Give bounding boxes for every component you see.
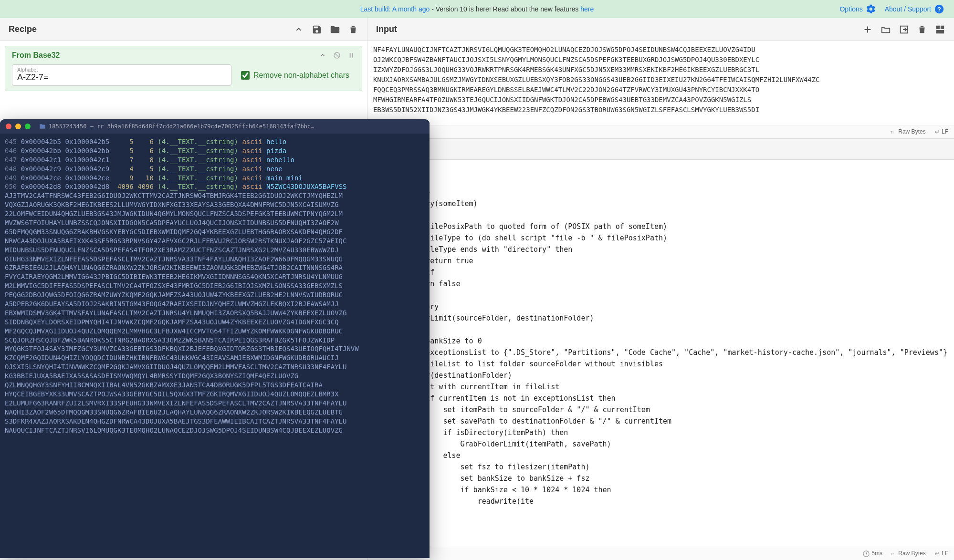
remove-non-alpha-checkbox[interactable]: Remove non-alphabet chars [241,71,349,80]
banner-message[interactable]: Last build: A month ago - Version 10 is … [360,5,594,13]
top-banner: Last build: A month ago - Version 10 is … [0,0,954,18]
window-minimize-icon[interactable] [15,124,21,129]
alphabet-label: Alphabet [17,67,226,73]
eol-select[interactable]: LF [933,128,948,136]
svg-rect-5 [352,53,353,57]
output-encoding: Raw Bytes [898,550,925,557]
terminal-window[interactable]: 18557243450 — rr 3b9a16f85d648ff7c4d21a6… [0,119,430,558]
terminal-title: 18557243450 — rr 3b9a16f85d648ff7c4d21a6… [39,123,424,130]
terminal-titlebar[interactable]: 18557243450 — rr 3b9a16f85d648ff7c4d21a6… [0,119,430,134]
build-prefix: Last build: [360,5,392,13]
recipe-header: Recipe [0,18,367,41]
output-eol: LF [942,550,948,557]
encoding-icon: Tr [889,550,897,558]
add-tab-icon[interactable] [862,24,873,35]
version-text: - Version 10 is here! Read about the new… [430,5,580,13]
svg-rect-7 [936,25,940,29]
options-link[interactable]: Options [839,4,876,14]
options-label: Options [839,5,862,13]
folder-small-icon [39,123,46,130]
operation-name: From Base32 [12,51,60,60]
pause-icon[interactable] [347,52,355,59]
terminal-content[interactable]: 045 0x000042b5 0x1000042b5 5 6 (4.__TEXT… [0,134,430,438]
encoding-icon: Tr [889,128,897,136]
out-time-group: 5ms [862,550,882,558]
input-eol: LF [942,128,948,135]
trash-icon[interactable] [348,24,358,35]
svg-text:?: ? [937,5,941,12]
chevron-up-icon[interactable] [319,52,326,59]
terminal-title-text: 18557243450 — rr 3b9a16f85d648ff7c4d21a6… [49,123,314,130]
clock-icon [862,550,870,558]
reset-layout-icon[interactable] [935,24,945,35]
checkbox-input[interactable] [241,71,250,80]
window-close-icon[interactable] [6,124,11,129]
clear-icon[interactable] [917,24,927,35]
input-encoding: Raw Bytes [898,128,925,135]
out-eol-select[interactable]: LF [933,550,948,558]
svg-rect-9 [936,30,944,33]
svg-text:Tr: Tr [891,130,894,134]
disable-icon[interactable] [333,52,341,59]
recipe-title: Recipe [9,24,37,34]
help-icon: ? [934,4,944,14]
svg-text:Tr: Tr [891,551,894,556]
eol-icon [933,550,940,558]
eol-icon [933,128,940,136]
svg-rect-8 [941,25,944,29]
svg-rect-4 [350,53,351,57]
window-zoom-icon[interactable] [25,124,31,129]
output-textarea[interactable]: path_as_save end try end readwrite on is… [367,160,954,547]
here-link[interactable]: here [580,5,594,13]
input-title: Input [376,24,397,34]
output-header: Output [367,139,954,160]
output-time: 5ms [871,550,882,557]
out-encoding-select[interactable]: Tr Raw Bytes [889,550,926,558]
alphabet-select[interactable]: Alphabet A-Z2-7= [12,64,231,86]
build-time: A month ago [392,5,430,13]
open-folder-icon[interactable] [881,24,891,35]
input-textarea[interactable]: NF4FAYLUNAUQCIJNFTCAZTJNRSVI6LQMUQGK3TEO… [367,41,954,125]
about-label: About / Support [885,5,931,13]
about-link[interactable]: About / Support ? [885,4,944,14]
output-status-bar: abc 2560 80 5ms Tr Raw Bytes LF [367,547,954,560]
alphabet-value: A-Z2-7= [17,73,226,83]
input-status-bar: abc 4097 1 Tr Raw Bytes LF [367,125,954,138]
checkbox-label: Remove non-alphabet chars [253,71,349,80]
save-icon[interactable] [312,24,322,35]
encoding-select[interactable]: Tr Raw Bytes [889,128,926,136]
input-header: Input [367,18,954,41]
folder-icon[interactable] [330,24,340,35]
gear-icon [866,4,876,14]
open-file-icon[interactable] [899,24,909,35]
svg-line-3 [335,53,339,57]
chevron-up-icon[interactable] [294,24,304,35]
recipe-operation: From Base32 Alphabet A-Z2-7= Remove non-… [5,46,362,91]
